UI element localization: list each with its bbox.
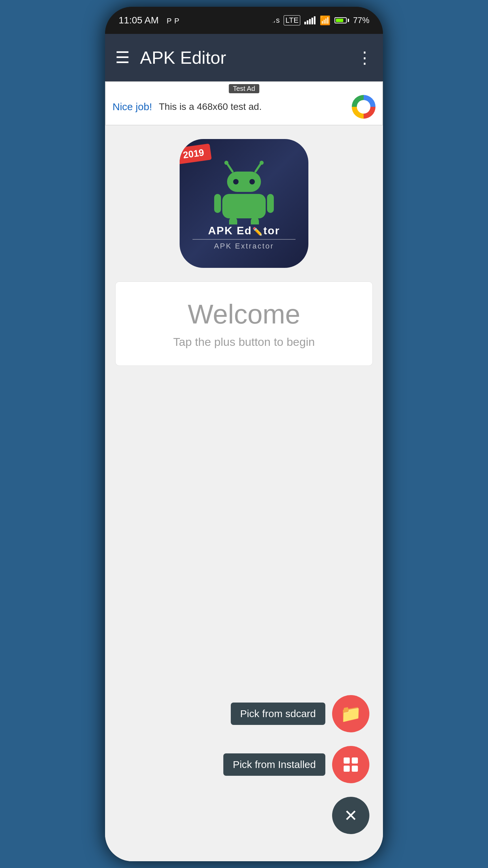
pencil-cursor-icon: ✏️ xyxy=(252,227,263,236)
svg-point-5 xyxy=(233,179,239,184)
folder-icon: 📁 xyxy=(340,704,361,724)
grid-cell-3 xyxy=(344,766,350,772)
grid-apps-icon xyxy=(344,757,358,772)
battery-icon xyxy=(334,17,349,23)
app-icon: 2019 xyxy=(180,139,308,268)
close-fab-button[interactable]: ✕ xyxy=(332,797,369,834)
svg-rect-4 xyxy=(227,172,261,192)
carrier1-icon: P xyxy=(167,17,172,25)
svg-line-2 xyxy=(256,163,261,172)
year-badge: 2019 xyxy=(180,143,212,164)
close-icon: ✕ xyxy=(344,806,358,825)
more-options-button[interactable]: ⋮ xyxy=(357,48,373,67)
main-content: 2019 xyxy=(105,125,383,861)
ad-logo xyxy=(352,95,375,119)
pick-installed-button[interactable] xyxy=(332,746,369,783)
welcome-title: Welcome xyxy=(188,299,300,330)
grid-cell-1 xyxy=(344,757,350,764)
close-fab-row: ✕ xyxy=(332,797,369,834)
installed-row: Pick from Installed xyxy=(223,746,369,783)
svg-point-3 xyxy=(260,161,264,165)
carrier2-icon: P xyxy=(174,17,179,25)
network-type: LTE xyxy=(284,15,300,25)
app-toolbar: ☰ APK Editor ⋮ xyxy=(105,34,383,81)
app-name-part1: APK Ed xyxy=(208,224,252,237)
menu-button[interactable]: ☰ xyxy=(115,50,130,66)
ad-content: Nice job! This is a 468x60 test ad. xyxy=(113,95,375,119)
ad-logo-inner xyxy=(357,100,370,114)
app-title: APK Editor xyxy=(140,47,346,68)
svg-rect-9 xyxy=(267,194,274,213)
app-name-part2: tor xyxy=(263,224,280,237)
sdcard-label: Pick from sdcard xyxy=(231,703,325,725)
svg-rect-7 xyxy=(222,194,266,218)
app-icon-wrapper: 2019 xyxy=(180,139,308,268)
svg-line-0 xyxy=(227,163,232,172)
installed-label: Pick from Installed xyxy=(223,753,325,776)
app-subtitle: APK Extractor xyxy=(214,242,274,251)
phone-frame: 11:05 AM P P 8.6KB/s LTE 📶 xyxy=(105,7,383,861)
battery-percent: 77% xyxy=(353,16,369,25)
sdcard-row: Pick from sdcard 📁 xyxy=(231,695,369,732)
ad-label: Test Ad xyxy=(229,84,259,93)
status-time: 11:05 AM P P xyxy=(119,15,179,26)
ad-banner: Test Ad Nice job! This is a 468x60 test … xyxy=(105,81,383,125)
ad-nice-text: Nice job! xyxy=(113,101,152,113)
app-name-line: APK Ed ✏️ tor xyxy=(208,224,280,237)
grid-cell-4 xyxy=(352,766,358,772)
ad-description: This is a 468x60 test ad. xyxy=(159,101,345,112)
fab-area: Pick from sdcard 📁 Pick from Installed xyxy=(223,695,369,834)
grid-cell-2 xyxy=(352,757,358,764)
app-name-divider xyxy=(192,239,296,240)
notch xyxy=(210,7,278,24)
signal-icon xyxy=(304,16,316,24)
svg-rect-8 xyxy=(214,194,221,213)
welcome-subtitle: Tap the plus button to begin xyxy=(173,335,315,349)
pick-sdcard-button[interactable]: 📁 xyxy=(332,695,369,732)
svg-point-6 xyxy=(249,179,255,184)
android-robot-icon xyxy=(210,157,278,224)
svg-point-1 xyxy=(224,161,228,165)
wifi-icon: 📶 xyxy=(320,15,330,26)
welcome-card: Welcome Tap the plus button to begin xyxy=(115,281,373,366)
screen: ☰ APK Editor ⋮ Test Ad Nice job! This is… xyxy=(105,34,383,861)
